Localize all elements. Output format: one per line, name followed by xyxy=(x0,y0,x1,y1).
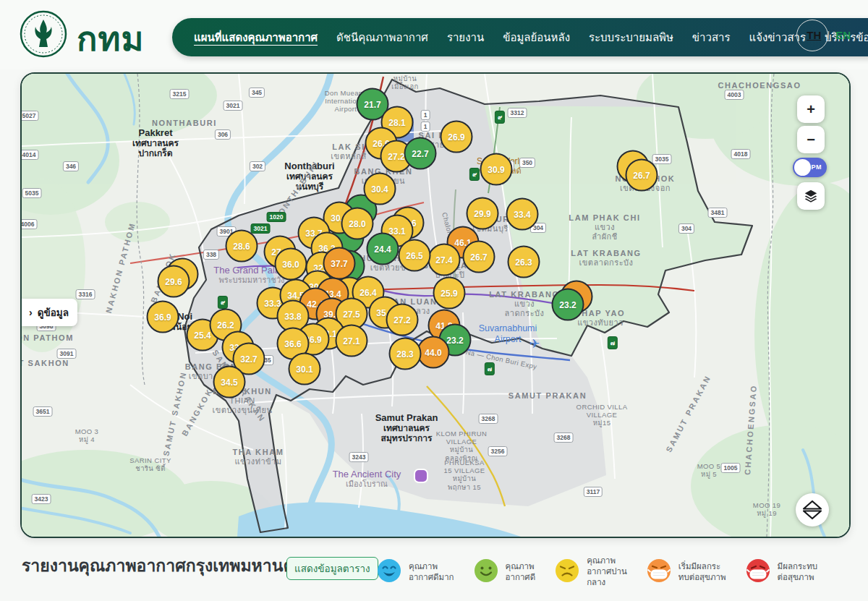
aqi-marker[interactable]: 28.3 xyxy=(389,338,422,370)
pm-layer-toggle[interactable]: PM xyxy=(793,158,827,177)
aqi-marker[interactable]: 28.0 xyxy=(341,208,374,240)
zoom-out-button[interactable]: − xyxy=(797,126,825,153)
nav-item-2[interactable]: รายงาน xyxy=(447,29,484,46)
aqi-marker[interactable]: 36.0 xyxy=(275,248,307,281)
aqi-marker[interactable]: 30.4 xyxy=(364,173,396,205)
legend-label: คุณภาพอากาศดีมาก xyxy=(409,561,454,583)
language-switcher: TH | EN xyxy=(807,29,851,41)
aqi-marker[interactable]: 25.9 xyxy=(433,277,466,310)
aqi-marker[interactable]: 34.5 xyxy=(213,366,246,398)
bad-face-icon xyxy=(745,558,771,587)
report-title: รายงานคุณภาพอากาศกรุงเทพมหานคร xyxy=(22,553,303,579)
legend-label: เริ่มมีผลกระทบต่อสุขภาพ xyxy=(678,561,726,583)
aqi-marker[interactable]: 26.7 xyxy=(463,241,495,273)
view-data-tab[interactable]: › ดูข้อมูล xyxy=(22,299,77,326)
best-face-icon xyxy=(376,558,402,587)
aqi-marker[interactable]: 29.9 xyxy=(467,197,499,230)
aqi-marker[interactable]: 36.9 xyxy=(147,301,179,333)
good-face-icon xyxy=(473,558,499,587)
expand-collapse-icon xyxy=(801,499,823,521)
aqi-marker[interactable]: 29.6 xyxy=(158,265,190,298)
nav-item-1[interactable]: ดัชนีคุณภาพอากาศ xyxy=(336,29,428,46)
warn-face-icon xyxy=(646,558,672,587)
aqi-marker[interactable]: 24.4 xyxy=(367,233,399,265)
aqi-marker[interactable]: 26.9 xyxy=(441,121,473,153)
aqi-marker[interactable]: 26.5 xyxy=(399,239,431,272)
moderate-face-icon xyxy=(554,558,580,587)
aqi-marker[interactable]: 28.6 xyxy=(226,230,258,263)
chevron-right-icon: › xyxy=(29,307,33,318)
legend-item-good: คุณภาพอากาศดี xyxy=(473,558,536,587)
footer: รายงานคุณภาพอากาศกรุงเทพมหานคร แสดงข้อมู… xyxy=(0,535,868,601)
zoom-in-button[interactable]: + xyxy=(797,95,825,123)
aqi-legend: คุณภาพอากาศดีมากคุณภาพอากาศดีคุณภาพอากาศ… xyxy=(376,542,861,601)
aqi-marker[interactable]: 23.2 xyxy=(552,289,584,321)
nav-item-4[interactable]: ระบบระบายมลพิษ xyxy=(589,29,673,46)
header: กทม แผนที่แสดงคุณภาพอากาศดัชนีคุณภาพอากา… xyxy=(0,0,868,69)
bma-seal-logo xyxy=(19,9,68,59)
legend-item-bad: มีผลกระทบต่อสุขภาพ xyxy=(745,558,818,587)
aqi-marker[interactable]: 30.1 xyxy=(289,353,321,385)
nav-item-3[interactable]: ข้อมูลย้อนหลัง xyxy=(503,29,570,46)
layers-button[interactable] xyxy=(797,182,825,210)
lang-th-button[interactable]: TH xyxy=(807,29,821,41)
nav-item-6[interactable]: แจ้งข่าวสาร xyxy=(749,29,807,46)
aqi-marker[interactable]: 27.4 xyxy=(428,244,461,276)
legend-item-best: คุณภาพอากาศดีมาก xyxy=(376,558,454,587)
legend-label: คุณภาพอากาศดี xyxy=(506,561,536,583)
lang-en-button[interactable]: EN xyxy=(835,29,851,41)
show-table-button[interactable]: แสดงข้อมูลตาราง xyxy=(286,557,378,580)
nav-item-0[interactable]: แผนที่แสดงคุณภาพอากาศ xyxy=(194,29,318,46)
aqi-marker[interactable]: 26.3 xyxy=(508,246,540,278)
brand-title: กทม xyxy=(77,12,144,66)
legend-label: คุณภาพอากาศปานกลาง xyxy=(587,555,627,588)
nav-item-5[interactable]: ข่าวสาร xyxy=(692,29,731,46)
air-quality-map[interactable]: CHACHOENGSAONONTHABURIPakkretเทศบาลนครปา… xyxy=(20,72,851,538)
compass-button[interactable] xyxy=(796,493,829,527)
toggle-knob xyxy=(794,159,811,176)
layers-icon xyxy=(803,188,819,204)
aqi-marker[interactable]: 22.7 xyxy=(404,137,437,170)
legend-item-moderate: คุณภาพอากาศปานกลาง xyxy=(554,555,627,588)
aqi-marker[interactable]: 30.9 xyxy=(480,153,513,186)
aqi-marker[interactable]: 26.7 xyxy=(626,159,658,192)
legend-item-warn: เริ่มมีผลกระทบต่อสุขภาพ xyxy=(646,558,726,587)
aqi-marker[interactable]: 33.4 xyxy=(506,198,539,231)
legend-label: มีผลกระทบต่อสุขภาพ xyxy=(778,561,818,583)
aqi-marker[interactable]: 44.0 xyxy=(417,336,450,369)
aqi-marker[interactable]: 27.1 xyxy=(336,325,368,357)
lang-divider: | xyxy=(827,29,830,41)
map-terrain xyxy=(22,74,849,537)
main-nav: แผนที่แสดงคุณภาพอากาศดัชนีคุณภาพอากาศราย… xyxy=(172,18,868,56)
aqi-marker[interactable]: 27.2 xyxy=(386,304,419,336)
